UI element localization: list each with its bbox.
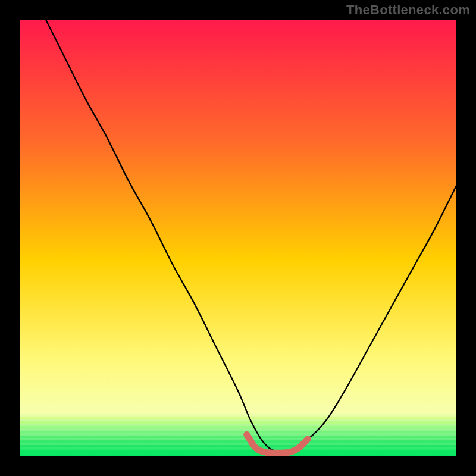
bottleneck-chart (0, 0, 476, 476)
svg-rect-1 (20, 416, 456, 419)
svg-rect-8 (20, 450, 456, 453)
svg-rect-5 (20, 436, 456, 438)
svg-rect-3 (20, 426, 456, 428)
svg-rect-4 (20, 431, 456, 433)
svg-rect-6 (20, 440, 456, 443)
svg-rect-2 (20, 421, 456, 424)
chart-frame: TheBottleneck.com (0, 0, 476, 476)
watermark-text: TheBottleneck.com (346, 2, 470, 18)
svg-rect-7 (20, 445, 456, 447)
